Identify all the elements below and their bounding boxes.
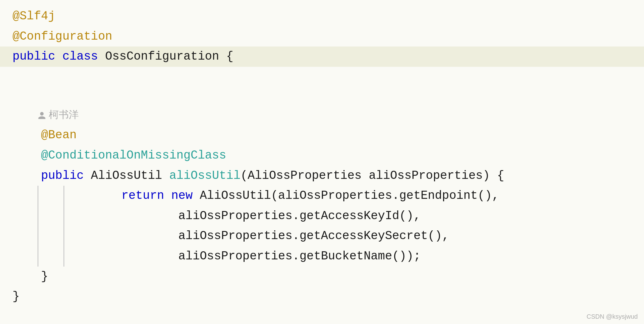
vertical-bar-outer [37, 186, 38, 266]
line-empty2 [12, 87, 632, 107]
line-return: return new AliOssUtil(aliOssProperties.g… [64, 186, 499, 206]
method-lines: return new AliOssUtil(aliOssProperties.g… [64, 186, 499, 266]
line-param3: aliOssProperties.getBucketName()); [64, 246, 499, 267]
line-class-declaration: public class OssConfiguration { [0, 47, 644, 67]
author-name: 柯书洋 [49, 107, 79, 124]
method-body: return new AliOssUtil(aliOssProperties.g… [12, 186, 632, 266]
line-slf4j: @Slf4j [12, 6, 632, 27]
line-configuration: @Configuration [12, 27, 632, 47]
line-bean: @Bean [12, 125, 632, 145]
code-block: @Slf4j @Configuration public class OssCo… [0, 0, 644, 313]
line-empty1 [12, 67, 632, 87]
line-close-method: } [12, 267, 632, 287]
line-param1: aliOssProperties.getAccessKeyId(), [64, 206, 499, 226]
author-line: 柯书洋 [37, 107, 632, 124]
line-method-sig: public AliOssUtil aliOssUtil(AliOssPrope… [12, 166, 632, 186]
code-container: @Slf4j @Configuration public class OssCo… [0, 0, 644, 324]
line-close-class: } [12, 287, 632, 307]
line-conditional: @ConditionalOnMissingClass [12, 145, 632, 166]
watermark: CSDN @ksysjwud [587, 313, 638, 320]
author-avatar-icon [37, 111, 46, 120]
line-param2: aliOssProperties.getAccessKeySecret(), [64, 226, 499, 246]
